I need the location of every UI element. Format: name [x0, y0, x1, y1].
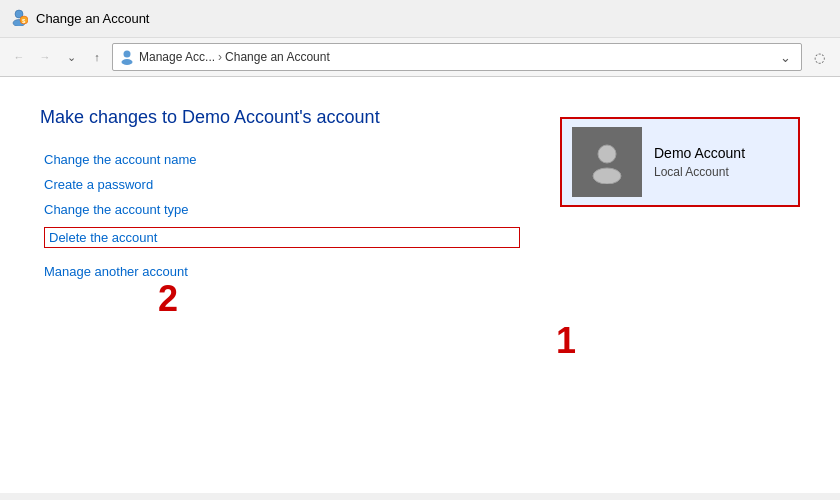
change-account-type-link[interactable]: Change the account type: [44, 202, 520, 217]
main-content: Make changes to Demo Account's account C…: [0, 77, 840, 493]
page-title: Make changes to Demo Account's account: [40, 107, 520, 128]
manage-another-account-link[interactable]: Manage another account: [44, 264, 520, 279]
svg-point-5: [122, 59, 133, 65]
address-path: Manage Acc... › Change an Account: [139, 50, 772, 64]
account-type: Local Account: [654, 165, 745, 179]
svg-point-7: [593, 168, 621, 184]
address-bar: ← → ⌄ ↑ Manage Acc... › Change an Accoun…: [0, 38, 840, 77]
address-input[interactable]: Manage Acc... › Change an Account ⌄: [112, 43, 802, 71]
avatar-box: [572, 127, 642, 197]
svg-point-6: [598, 145, 616, 163]
left-panel: Make changes to Demo Account's account C…: [40, 107, 520, 463]
address-separator1: ›: [218, 50, 222, 64]
address-dropdown-button[interactable]: ⌄: [776, 50, 795, 65]
right-panel: Demo Account Local Account: [560, 107, 800, 463]
address-bar-icon: [119, 49, 135, 65]
annotation-2: 2: [158, 278, 178, 320]
account-name: Demo Account: [654, 145, 745, 161]
annotation-1: 1: [556, 320, 576, 362]
link-list: Change the account name Create a passwor…: [44, 152, 520, 248]
avatar-icon: [585, 140, 629, 184]
title-bar: $ Change an Account: [0, 0, 840, 38]
manage-section: Manage another account: [44, 264, 520, 279]
create-password-link[interactable]: Create a password: [44, 177, 520, 192]
change-account-name-link[interactable]: Change the account name: [44, 152, 520, 167]
address-part1: Manage Acc...: [139, 50, 215, 64]
up-button[interactable]: ↑: [86, 46, 108, 68]
back-button[interactable]: ←: [8, 46, 30, 68]
address-part2: Change an Account: [225, 50, 330, 64]
svg-point-4: [124, 51, 131, 58]
delete-account-link[interactable]: Delete the account: [44, 227, 520, 248]
account-card: Demo Account Local Account: [560, 117, 800, 207]
dropdown-button[interactable]: ⌄: [60, 46, 82, 68]
refresh-button[interactable]: ◌: [806, 44, 832, 70]
account-info: Demo Account Local Account: [654, 145, 745, 179]
title-bar-icon: $: [10, 8, 28, 29]
forward-button[interactable]: →: [34, 46, 56, 68]
title-bar-text: Change an Account: [36, 11, 149, 26]
